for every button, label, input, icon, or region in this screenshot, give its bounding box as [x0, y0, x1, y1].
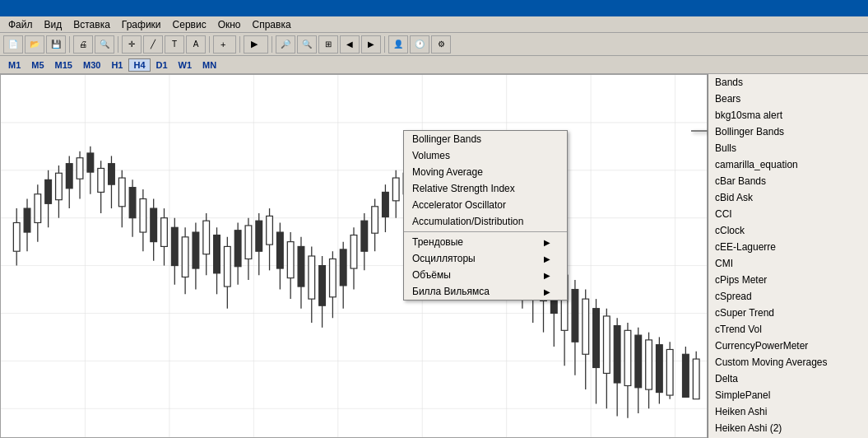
- toolbar-zoom-in[interactable]: 🔍: [95, 35, 114, 54]
- toolbar-print[interactable]: 🖨: [73, 35, 93, 54]
- menu-service[interactable]: Сервис: [168, 17, 211, 32]
- panel-item[interactable]: cTrend Vol: [708, 321, 868, 338]
- svg-rect-80: [350, 235, 357, 269]
- toolbar-clock[interactable]: 🕐: [410, 35, 429, 54]
- tf-mn[interactable]: MN: [197, 58, 221, 72]
- svg-rect-76: [330, 259, 337, 296]
- toolbar-sep5: [272, 36, 272, 53]
- svg-rect-46: [171, 227, 178, 265]
- svg-rect-140: [666, 349, 673, 395]
- dropdown-item[interactable]: Bollinger Bands: [404, 131, 567, 147]
- svg-rect-38: [129, 188, 136, 218]
- tf-m30[interactable]: M30: [78, 58, 105, 72]
- panel-item[interactable]: cPips Meter: [708, 272, 868, 288]
- menu-window[interactable]: Окно: [213, 17, 246, 32]
- panel-item[interactable]: Delta: [708, 370, 868, 387]
- tf-w1[interactable]: W1: [174, 58, 197, 72]
- svg-rect-62: [256, 221, 262, 251]
- menu-view[interactable]: Вид: [39, 17, 67, 32]
- dropdown-item[interactable]: Осцилляторы▶: [404, 250, 567, 267]
- dropdown-item-label: Билла Вильямса: [412, 286, 490, 297]
- toolbar-scroll-right[interactable]: ▶: [361, 35, 381, 54]
- dropdown-item-label: Трендовые: [412, 236, 463, 248]
- menu-charts[interactable]: Графики: [117, 17, 166, 32]
- panel-item[interactable]: CMI: [708, 255, 868, 272]
- panel-item[interactable]: Bollinger Bands: [708, 123, 868, 140]
- svg-rect-144: [693, 359, 699, 399]
- menu-help[interactable]: Справка: [248, 17, 296, 32]
- chart-svg: [1, 75, 707, 437]
- dropdown-item[interactable]: Volumes: [404, 147, 567, 164]
- dropdown-item-label: Volumes: [412, 150, 450, 161]
- tf-m1[interactable]: M1: [3, 58, 26, 72]
- dropdown-item[interactable]: Accumulation/Distribution: [404, 213, 567, 230]
- svg-rect-84: [372, 207, 378, 233]
- toolbar-profile[interactable]: 👤: [388, 35, 408, 54]
- dropdown-item[interactable]: Relative Strength Index: [404, 180, 567, 197]
- menu-file[interactable]: Файл: [3, 17, 38, 32]
- panel-item[interactable]: cBar Bands: [708, 173, 868, 189]
- toolbar-save[interactable]: 💾: [46, 35, 66, 54]
- new-order-button[interactable]: +: [213, 35, 236, 54]
- dropdown-item[interactable]: Moving Average: [404, 164, 567, 180]
- svg-rect-138: [657, 345, 663, 393]
- svg-rect-50: [193, 232, 199, 268]
- toolbar-scroll-left[interactable]: ◀: [340, 35, 360, 54]
- panel-item[interactable]: SimplePanel: [708, 387, 868, 403]
- dropdown-item[interactable]: Объёмы▶: [404, 267, 567, 283]
- svg-rect-16: [13, 222, 20, 251]
- svg-rect-88: [392, 178, 399, 201]
- toolbar-text[interactable]: T: [165, 35, 184, 54]
- panel-item[interactable]: CCI: [708, 206, 868, 222]
- toolbar-settings[interactable]: ⚙: [431, 35, 451, 54]
- toolbar-sep6: [384, 36, 385, 53]
- panel-item[interactable]: bkg10sma alert: [708, 107, 868, 123]
- panel-item[interactable]: Bands: [708, 74, 868, 91]
- svg-rect-20: [35, 194, 41, 223]
- panel-item[interactable]: cEE-Laguerre: [708, 239, 868, 255]
- svg-rect-34: [109, 164, 115, 184]
- toolbar-fit[interactable]: ⊞: [318, 35, 338, 54]
- toolbar-sep4: [239, 36, 240, 53]
- svg-rect-68: [287, 242, 294, 278]
- main-area: BandsBearsbkg10sma alertBollinger BandsB…: [0, 74, 868, 438]
- submenu-arrow: ▶: [544, 271, 550, 280]
- panel-item[interactable]: Custom Moving Averages: [708, 354, 868, 370]
- submenu-arrow: ▶: [544, 287, 550, 296]
- toolbar-crosshair[interactable]: ✛: [122, 35, 142, 54]
- tf-h1[interactable]: H1: [106, 58, 128, 72]
- panel-item[interactable]: CurrencyPowerMeter: [708, 338, 868, 354]
- panel-item[interactable]: cBid Ask: [708, 189, 868, 206]
- tf-m15[interactable]: M15: [50, 58, 77, 72]
- toolbar-open[interactable]: 📂: [25, 35, 44, 54]
- menu-insert[interactable]: Вставка: [68, 17, 115, 32]
- title-bar: [0, 0, 868, 16]
- svg-rect-40: [140, 199, 146, 233]
- dropdown-item[interactable]: Билла Вильямса▶: [404, 283, 567, 300]
- dropdown-item[interactable]: Трендовые▶: [404, 234, 567, 250]
- svg-rect-86: [383, 192, 389, 217]
- panel-item[interactable]: Bulls: [708, 140, 868, 156]
- toolbar-magnify-out[interactable]: 🔍: [297, 35, 317, 54]
- toolbar-new[interactable]: 📄: [3, 35, 23, 54]
- panel-item[interactable]: Heiken Ashi: [708, 403, 868, 420]
- panel-item[interactable]: Bears: [708, 91, 868, 107]
- panel-item[interactable]: camarilla_equation: [708, 156, 868, 173]
- auto-trading-button[interactable]: ▶: [244, 35, 268, 54]
- toolbar-magnify-in[interactable]: 🔎: [276, 35, 295, 54]
- svg-rect-26: [66, 164, 72, 189]
- toolbar-line[interactable]: ╱: [143, 35, 163, 54]
- tf-d1[interactable]: D1: [151, 58, 173, 72]
- toolbar-period-sep[interactable]: A: [186, 35, 206, 54]
- main-dropdown: Bollinger BandsVolumesMoving AverageRela…: [403, 130, 568, 301]
- panel-item[interactable]: cSpread: [708, 288, 868, 305]
- svg-rect-60: [245, 226, 252, 259]
- panel-item[interactable]: cClock: [708, 222, 868, 239]
- tf-m5[interactable]: M5: [26, 58, 49, 72]
- dropdown-item[interactable]: Accelerator Oscillator: [404, 197, 567, 213]
- dropdown-item-label: Объёмы: [412, 269, 451, 281]
- panel-item[interactable]: Heiken Ashi (2): [708, 420, 868, 436]
- svg-rect-54: [214, 235, 220, 273]
- panel-item[interactable]: cSuper Trend: [708, 305, 868, 321]
- tf-h4[interactable]: H4: [128, 58, 150, 72]
